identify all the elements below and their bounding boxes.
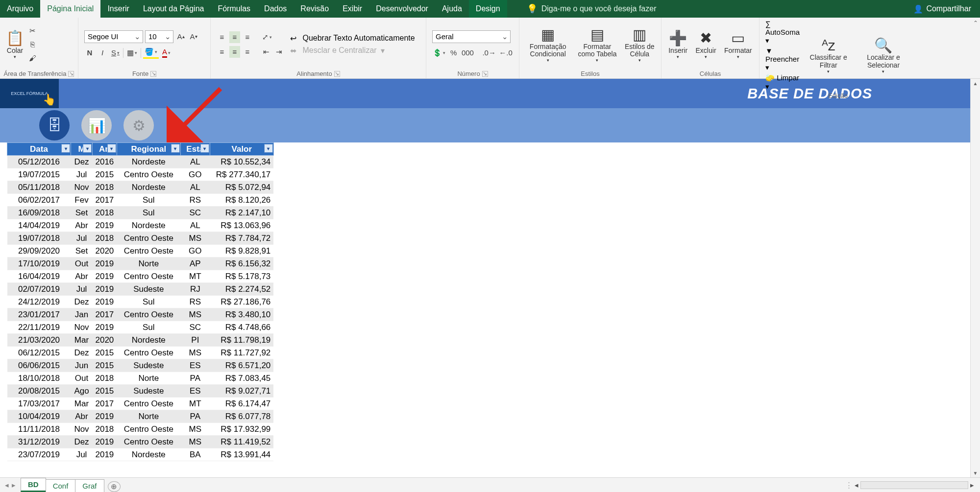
cell-ano[interactable]: 2018 [93,181,117,194]
font-dialog-launcher[interactable]: ↘ [150,71,156,77]
cell-regional[interactable]: Sul [117,207,180,219]
align-middle-button[interactable]: ≡ [229,31,240,43]
table-row[interactable]: 19/07/2015Jul2015Centro OesteGOR$ 277.34… [7,168,274,181]
font-name-select[interactable]: Segoe UI [84,30,143,43]
percent-format-button[interactable]: % [448,47,459,59]
cell-estado[interactable]: MS [180,436,210,448]
cell-mes[interactable]: Nov [71,423,93,436]
increase-indent-button[interactable]: ⇥ [273,46,284,58]
table-row[interactable]: 17/10/2019Out2019NorteAPR$ 6.156,32 [7,258,274,270]
cell-ano[interactable]: 2015 [93,385,117,398]
cell-mes[interactable]: Mar [71,334,93,347]
wrap-text-button[interactable]: ↩ Quebrar Texto Automaticamente [290,34,415,43]
worksheet-area[interactable]: Data▾ M▾ An▾ Regional▾ Esta▾ Valor▾ 05/1… [0,142,980,461]
bold-button[interactable]: N [84,47,95,59]
cell-valor[interactable]: R$ 9.828,91 [210,245,273,258]
cell-estado[interactable]: MS [180,308,210,321]
cell-regional[interactable]: Sudeste [117,385,180,398]
cell-ano[interactable]: 2018 [93,207,117,219]
cell-data[interactable]: 05/11/2018 [7,181,71,194]
cell-regional[interactable]: Nordeste [117,448,180,461]
align-right-button[interactable]: ≡ [242,46,253,58]
table-row[interactable]: 22/11/2019Nov2019SulSCR$ 4.748,66 [7,321,274,334]
cell-mes[interactable]: Abr [71,410,93,423]
cell-ano[interactable]: 2019 [93,436,117,448]
cell-ano[interactable]: 2015 [93,168,117,181]
tab-ajuda[interactable]: Ajuda [435,0,469,18]
cell-data[interactable]: 17/10/2019 [7,258,71,270]
conditional-formatting-button[interactable]: ▦Formatação Condicional▾ [522,25,573,64]
cell-mes[interactable]: Dez [71,156,93,168]
cell-ano[interactable]: 2019 [93,219,117,232]
cell-mes[interactable]: Set [71,245,93,258]
cell-ano[interactable]: 2019 [93,321,117,334]
cell-data[interactable]: 19/07/2018 [7,232,71,245]
cell-data[interactable]: 21/03/2020 [7,334,71,347]
cell-ano[interactable]: 2019 [93,270,117,283]
cell-regional[interactable]: Centro Oeste [117,423,180,436]
border-button[interactable]: ▦ [125,47,139,59]
cell-mes[interactable]: Jul [71,448,93,461]
cell-ano[interactable]: 2017 [93,194,117,207]
cell-data[interactable]: 16/09/2018 [7,207,71,219]
cell-mes[interactable]: Jan [71,308,93,321]
hscroll-left-button[interactable]: ◂ [855,481,858,490]
table-row[interactable]: 31/12/2019Dez2019Centro OesteMSR$ 11.419… [7,436,274,448]
cell-data[interactable]: 23/01/2017 [7,308,71,321]
cell-estado[interactable]: AP [180,258,210,270]
cell-valor[interactable]: R$ 10.552,34 [210,156,273,168]
cell-estado[interactable]: PI [180,334,210,347]
nav-chart-button[interactable]: 📊 [81,110,112,141]
cell-valor[interactable]: R$ 11.419,52 [210,436,273,448]
cell-regional[interactable]: Norte [117,372,180,385]
cell-mes[interactable]: Jun [71,359,93,372]
cell-ano[interactable]: 2017 [93,308,117,321]
table-row[interactable]: 14/04/2019Abr2019NordesteALR$ 13.063,96 [7,219,274,232]
cell-valor[interactable]: R$ 9.027,71 [210,385,273,398]
cell-ano[interactable]: 2020 [93,334,117,347]
increase-font-button[interactable]: A▴ [175,31,186,43]
comma-format-button[interactable]: 000 [461,47,475,59]
cell-valor[interactable]: R$ 8.120,26 [210,194,273,207]
clear-button[interactable]: 🧽 Limpar ▾ [765,73,800,91]
cell-valor[interactable]: R$ 13.991,44 [210,448,273,461]
cell-estado[interactable]: RS [180,296,210,308]
table-row[interactable]: 20/08/2015Ago2015SudesteESR$ 9.027,71 [7,385,274,398]
col-header-regional[interactable]: Regional▾ [117,143,180,156]
cell-data[interactable]: 05/12/2016 [7,156,71,168]
sheet-nav-next[interactable]: ▸ [12,481,16,490]
cell-data[interactable]: 06/06/2015 [7,359,71,372]
delete-cells-button[interactable]: ✖Excluir▾ [693,28,719,60]
cell-ano[interactable]: 2018 [93,232,117,245]
cell-valor[interactable]: R$ 27.186,76 [210,296,273,308]
cell-data[interactable]: 11/11/2018 [7,423,71,436]
cell-estado[interactable]: MT [180,270,210,283]
cell-regional[interactable]: Norte [117,258,180,270]
cell-regional[interactable]: Centro Oeste [117,245,180,258]
copy-button[interactable]: ⎘ [27,39,38,50]
cell-regional[interactable]: Sudeste [117,283,180,296]
vertical-scrollbar[interactable]: ▲ ▼ [970,79,980,477]
cell-estado[interactable]: RS [180,194,210,207]
format-painter-button[interactable]: 🖌 [27,52,38,64]
table-row[interactable]: 17/03/2017Mar2017Centro OesteMTR$ 6.174,… [7,398,274,410]
cell-mes[interactable]: Set [71,207,93,219]
cell-regional[interactable]: Sul [117,194,180,207]
cell-ano[interactable]: 2019 [93,448,117,461]
cell-valor[interactable]: R$ 5.178,73 [210,270,273,283]
cell-ano[interactable]: 2015 [93,359,117,372]
number-dialog-launcher[interactable]: ↘ [482,71,488,77]
cell-data[interactable]: 20/08/2015 [7,385,71,398]
table-row[interactable]: 29/09/2020Set2020Centro OesteGOR$ 9.828,… [7,245,274,258]
cell-valor[interactable]: R$ 4.748,66 [210,321,273,334]
align-top-button[interactable]: ≡ [217,31,227,43]
cell-data[interactable]: 16/04/2019 [7,270,71,283]
scroll-up-button[interactable]: ▲ [971,79,980,88]
scroll-down-button[interactable]: ▼ [971,469,980,477]
cell-ano[interactable]: 2018 [93,423,117,436]
cell-mes[interactable]: Dez [71,436,93,448]
cell-valor[interactable]: R$ 6.571,20 [210,359,273,372]
cell-regional[interactable]: Norte [117,410,180,423]
cell-mes[interactable]: Out [71,258,93,270]
tab-pagina-inicial[interactable]: Página Inicial [40,0,100,18]
